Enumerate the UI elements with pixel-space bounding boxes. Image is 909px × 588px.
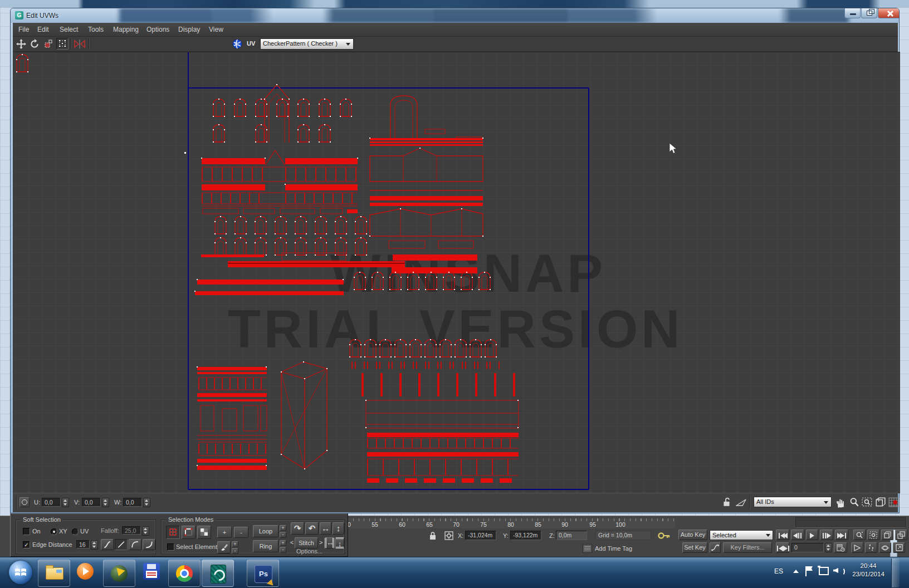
rotate-cw-button[interactable]: ↷	[291, 522, 304, 535]
ring-button[interactable]: Ring	[253, 540, 278, 552]
volume-icon[interactable]	[833, 566, 841, 574]
align-vertical-button[interactable]: ↕	[333, 522, 344, 535]
pan-view-button[interactable]	[851, 542, 863, 553]
selection-lock-icon[interactable]	[429, 531, 437, 540]
vertex-mode-button[interactable]	[166, 526, 180, 539]
zoom-extents-button[interactable]	[881, 530, 893, 540]
next-frame-button[interactable]	[820, 530, 833, 540]
falloff-slow-button[interactable]	[143, 539, 155, 550]
grow-selection-button[interactable]: +	[217, 527, 232, 538]
hidden-icons-chevron[interactable]	[793, 570, 799, 573]
add-time-tag[interactable]: Add Time Tag	[595, 545, 632, 552]
minimize-button[interactable]	[844, 8, 861, 18]
absolute-offset-toggle[interactable]	[19, 497, 30, 507]
y-coordinate-field[interactable]: -93,122m	[510, 531, 541, 540]
u-value-field[interactable]: 0,0	[42, 498, 61, 507]
key-mode-toggle-button[interactable]	[776, 542, 789, 553]
mirror-tool-icon[interactable]	[74, 39, 85, 49]
timeline-ruler[interactable]: 50 55 60 65 70 75 80 85 90 95 100	[344, 518, 675, 528]
walk-through-button[interactable]	[865, 542, 877, 553]
taskbar-chrome-button[interactable]	[168, 560, 201, 587]
zoom-tool-icon[interactable]	[849, 497, 859, 507]
default-in-out-tangents-button[interactable]	[710, 542, 721, 553]
menu-tools[interactable]: Tools	[88, 26, 104, 33]
menu-view[interactable]: View	[209, 26, 223, 33]
rotate-tool-icon[interactable]	[30, 39, 40, 49]
zoom-region-button[interactable]	[867, 530, 879, 540]
window-titlebar[interactable]: G Edit UVWs	[11, 8, 899, 23]
taskbar-3dsmax-button[interactable]	[202, 560, 234, 587]
u-spinner[interactable]	[62, 498, 69, 507]
shrink-selection-button[interactable]: -	[234, 527, 248, 538]
go-to-start-button[interactable]	[776, 530, 789, 540]
restore-button[interactable]	[861, 8, 877, 18]
options-link[interactable]: Options...	[296, 548, 322, 555]
edge-distance-field[interactable]: 16	[76, 540, 90, 548]
menu-display[interactable]: Display	[178, 26, 200, 33]
move-tool-icon[interactable]	[16, 39, 26, 49]
go-to-end-button[interactable]	[835, 530, 848, 540]
v-value-field[interactable]: 0,0	[82, 498, 101, 507]
world-space-icon[interactable]	[232, 39, 242, 49]
w-value-field[interactable]: 0,0	[123, 498, 142, 507]
soft-selection-on-checkbox[interactable]	[23, 528, 30, 535]
play-button[interactable]	[806, 530, 818, 540]
w-spinner[interactable]	[143, 498, 150, 507]
show-desktop-button[interactable]	[891, 558, 900, 587]
align-horizontal-button[interactable]: ↔	[320, 522, 331, 535]
x-coordinate-field[interactable]: -31,024m	[465, 531, 496, 540]
absolute-mode-icon[interactable]	[444, 531, 453, 540]
stitch-button[interactable]: Stitch	[295, 537, 318, 548]
select-element-checkbox[interactable]	[167, 543, 174, 551]
paint-select-button[interactable]	[217, 541, 231, 553]
current-frame-field[interactable]: 0	[791, 543, 824, 552]
menu-select[interactable]: Select	[60, 26, 78, 33]
edge-distance-checkbox[interactable]: ✓	[23, 541, 30, 548]
action-center-flag-icon[interactable]	[805, 566, 807, 576]
selected-filter-dropdown[interactable]: Selected	[710, 530, 773, 540]
zoom-extents-all-button[interactable]	[895, 530, 907, 540]
key-filters-button[interactable]: Key Filters...	[723, 542, 772, 553]
edge-mode-button[interactable]	[182, 526, 196, 539]
menu-file[interactable]: File	[18, 26, 29, 33]
ring-grow-button[interactable]: +	[280, 540, 286, 546]
taskbar-jdownloader-button[interactable]	[103, 560, 135, 587]
rotate-ccw-button[interactable]: ↶	[305, 522, 319, 535]
paint-shrink-button[interactable]: -	[232, 548, 238, 554]
falloff-linear-button[interactable]	[115, 539, 128, 550]
stitch-right-arrow[interactable]: >	[319, 539, 322, 546]
set-key-button[interactable]: Set Key	[682, 542, 707, 553]
maximize-viewport-button[interactable]	[893, 542, 905, 553]
z-coordinate-field[interactable]: 0,0m	[556, 531, 587, 540]
loop-shrink-button[interactable]: -	[280, 532, 286, 538]
taskbar-wmp-button[interactable]	[77, 563, 96, 582]
falloff-fast-button[interactable]	[129, 539, 141, 550]
lock-selection-icon[interactable]	[722, 497, 731, 507]
time-tag-icon[interactable]	[583, 544, 592, 553]
xy-radio[interactable]	[51, 528, 57, 535]
start-button[interactable]	[9, 561, 32, 584]
uv-radio[interactable]	[72, 528, 79, 535]
uv-channel-button[interactable]: UV	[247, 40, 255, 47]
zoom-extents-icon[interactable]	[875, 497, 886, 507]
v-spinner[interactable]	[102, 498, 109, 507]
ring-shrink-button[interactable]: -	[280, 547, 286, 553]
menu-mapping[interactable]: Mapping	[113, 26, 139, 33]
falloff-smooth-button[interactable]	[101, 539, 114, 550]
close-button[interactable]	[878, 8, 899, 18]
paint-grow-button[interactable]: +	[232, 541, 238, 547]
auto-key-button[interactable]: Auto Key	[678, 530, 707, 540]
scale-tool-icon[interactable]	[44, 40, 53, 48]
taskbar-explorer-button[interactable]	[38, 560, 70, 587]
menu-edit[interactable]: Edit	[37, 26, 49, 33]
loop-grow-button[interactable]: +	[280, 525, 286, 531]
taskbar-save-button[interactable]	[143, 563, 162, 582]
falloff-spinner[interactable]	[142, 526, 149, 536]
uv-canvas[interactable]: WINSNAP TRIAL VERSION	[15, 52, 900, 493]
zoom-region-icon[interactable]	[862, 497, 873, 507]
time-configuration-button[interactable]	[834, 542, 847, 553]
falloff-field[interactable]: 25,0	[122, 526, 141, 535]
previous-frame-button[interactable]	[791, 530, 804, 540]
filter-selected-faces-icon[interactable]	[736, 498, 747, 507]
orbit-button[interactable]	[879, 542, 891, 553]
